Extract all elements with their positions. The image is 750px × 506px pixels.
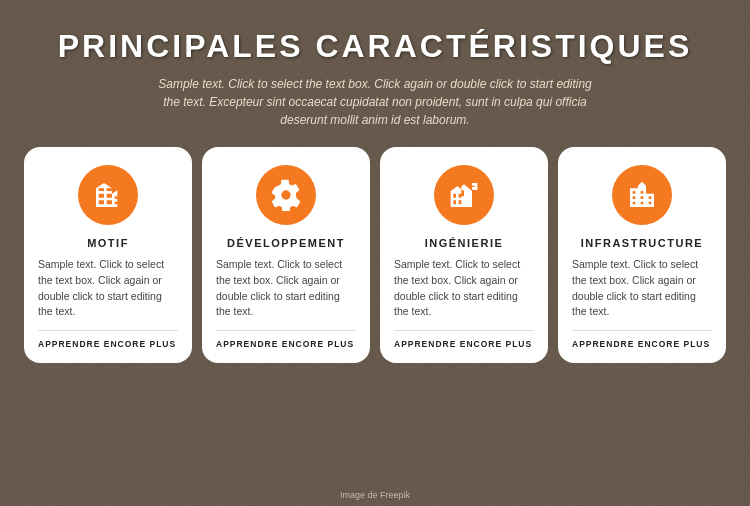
developpement-link[interactable]: APPRENDRE ENCORE PLUS [216,330,356,349]
infrastructure-title: INFRASTRUCTURE [581,237,703,249]
motif-body: Sample text. Click to select the text bo… [38,257,178,320]
infrastructure-link[interactable]: APPRENDRE ENCORE PLUS [572,330,712,349]
page-subtitle: Sample text. Click to select the text bo… [155,75,595,129]
gear-icon [270,179,302,211]
card-developpement: DÉVELOPPEMENT Sample text. Click to sele… [202,147,370,363]
city-icon [626,179,658,211]
card-motif: MOTIF Sample text. Click to select the t… [24,147,192,363]
developpement-icon-circle [256,165,316,225]
main-content: PRINCIPALES CARACTÉRISTIQUES Sample text… [0,0,750,373]
motif-link[interactable]: APPRENDRE ENCORE PLUS [38,330,178,349]
svg-rect-0 [472,187,477,190]
building-icon [92,179,124,211]
developpement-body: Sample text. Click to select the text bo… [216,257,356,320]
chart-building-icon [448,179,480,211]
image-credit: Image de Freepik [340,490,410,500]
card-infrastructure: INFRASTRUCTURE Sample text. Click to sel… [558,147,726,363]
developpement-title: DÉVELOPPEMENT [227,237,345,249]
cards-row: MOTIF Sample text. Click to select the t… [20,147,730,363]
infrastructure-body: Sample text. Click to select the text bo… [572,257,712,320]
ingenierie-title: INGÉNIERIE [425,237,504,249]
infrastructure-icon-circle [612,165,672,225]
motif-title: MOTIF [87,237,129,249]
card-ingenierie: INGÉNIERIE Sample text. Click to select … [380,147,548,363]
ingenierie-link[interactable]: APPRENDRE ENCORE PLUS [394,330,534,349]
ingenierie-icon-circle [434,165,494,225]
motif-icon-circle [78,165,138,225]
ingenierie-body: Sample text. Click to select the text bo… [394,257,534,320]
page-background: PRINCIPALES CARACTÉRISTIQUES Sample text… [0,0,750,506]
page-title: PRINCIPALES CARACTÉRISTIQUES [58,28,693,65]
